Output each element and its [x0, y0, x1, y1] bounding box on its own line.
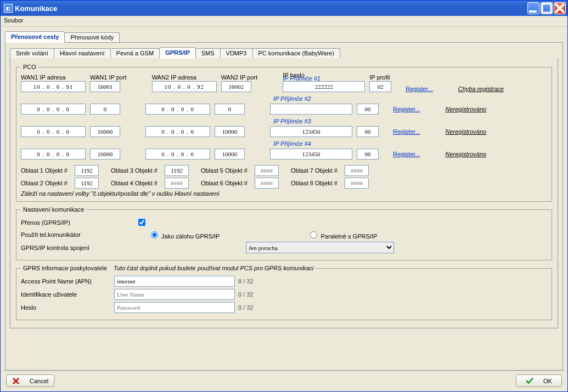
menu-file[interactable]: Soubor: [4, 17, 23, 24]
gprs-hint: Tuto část doplnit pokud budete používat …: [114, 265, 313, 271]
r1-status: Chyba registrace: [458, 86, 504, 92]
svg-rect-1: [542, 4, 551, 13]
apn-lbl: Access Point Name (APN): [21, 278, 114, 285]
kontrola-lbl: GPRS/IP kontrola spojení: [21, 245, 136, 251]
radio-backup[interactable]: [151, 231, 158, 238]
r2-wan2-port[interactable]: [215, 104, 245, 115]
pco-note: Záleží na nastavení volby "č.objektu#pos…: [21, 190, 547, 197]
oblast7-input[interactable]: [345, 165, 369, 176]
r4-profil[interactable]: [357, 149, 379, 160]
window: ◧ Komunikace Soubor Přenosové cesty Přen…: [0, 0, 568, 392]
oblast1-input[interactable]: [75, 165, 99, 176]
r4-wan1-port[interactable]: [90, 149, 120, 160]
r3-password[interactable]: [270, 126, 352, 137]
r2-profil[interactable]: [357, 104, 379, 115]
maximize-button[interactable]: [541, 2, 553, 14]
radio-backup-wrap[interactable]: Jako zálohu GPRS/IP: [148, 230, 220, 240]
r1-wan1-ip[interactable]: [21, 81, 86, 92]
r3-wan1-port[interactable]: [90, 126, 120, 137]
app-icon: ◧: [4, 4, 13, 13]
cancel-button[interactable]: Cancel: [6, 374, 54, 387]
r2-wan2-ip[interactable]: [145, 104, 210, 115]
gprs-legend: GPRS informace poskytovatele Tuto část d…: [21, 265, 316, 271]
svg-rect-0: [529, 10, 537, 13]
menubar: Soubor: [1, 16, 567, 27]
r2-wan1-ip[interactable]: [21, 104, 86, 115]
tab-prenosove-cesty[interactable]: Přenosové cesty: [5, 31, 65, 43]
r2-register-link[interactable]: Register...: [393, 106, 420, 112]
hdr-wan1port: WAN1 IP port: [90, 74, 127, 81]
close-button[interactable]: [554, 2, 566, 14]
tab-vdmp3[interactable]: VDMP3: [220, 48, 253, 58]
tab-sms[interactable]: SMS: [195, 48, 221, 58]
tab-pevna-gsm[interactable]: Pevná a GSM: [110, 48, 160, 58]
r1-wan1-port[interactable]: [90, 81, 120, 92]
oblast4-input[interactable]: [165, 178, 189, 189]
cancel-label: Cancel: [30, 378, 48, 384]
apn-count: 8 / 32: [238, 278, 254, 285]
r2-wan1-port[interactable]: [90, 104, 120, 115]
user-input[interactable]: [114, 289, 235, 300]
pco-legend: PCO: [21, 64, 38, 70]
oblast2-lbl: Oblast 2 Objekt #: [21, 180, 71, 186]
radio-parallel[interactable]: [310, 231, 317, 238]
button-bar: Cancel OK: [1, 371, 567, 391]
ok-button[interactable]: OK: [516, 374, 562, 387]
sub-panel: PCO WAN1 IP adresa WAN1 IP port WAN2 IP …: [10, 58, 558, 328]
r3-wan1-ip[interactable]: [21, 126, 86, 137]
r3-wan2-port[interactable]: [215, 126, 245, 137]
oblast6-input[interactable]: [255, 178, 279, 189]
tab-hlavni-nastaveni[interactable]: Hlavní nastavení: [54, 48, 111, 58]
r1-wan2-ip[interactable]: [152, 81, 217, 92]
r4-password[interactable]: [270, 149, 352, 160]
komm-legend: Nastavení komunikace: [21, 206, 86, 213]
radio-parallel-wrap[interactable]: Paralelně s GPRS/IP: [307, 230, 377, 240]
check-icon: [526, 377, 533, 385]
komm-fieldset: Nastavení komunikace Přenos (GPRS/IP) Po…: [16, 206, 552, 260]
oblast3-input[interactable]: [165, 165, 189, 176]
oblast8-input[interactable]: [345, 178, 369, 189]
apn-input[interactable]: [114, 276, 235, 287]
tab-prenosove-kody[interactable]: Přenosové kódy: [64, 32, 120, 42]
oblast6-lbl: Oblast 6 Objekt #: [201, 180, 251, 186]
r4-register-link[interactable]: Register...: [393, 151, 420, 157]
user-count: 0 / 32: [238, 291, 254, 298]
hdr-ipheslo: IP heslo: [283, 72, 365, 78]
receiver3-lbl: IP Příjímče #3: [273, 118, 547, 124]
r1-profil[interactable]: [369, 81, 391, 92]
minimize-button[interactable]: [527, 2, 539, 14]
pass-count: 0 / 32: [238, 304, 254, 311]
receiver4-lbl: IP Příjímče #4: [273, 140, 547, 147]
kontrola-select[interactable]: Jen porucha: [246, 242, 394, 253]
oblast5-lbl: Oblast 5 Objekt #: [201, 167, 251, 174]
prenos-checkbox[interactable]: [138, 219, 145, 226]
oblast1-lbl: Oblast 1 Objekt #: [21, 167, 71, 174]
r3-register-link[interactable]: Register...: [393, 128, 420, 135]
pco-fieldset: PCO WAN1 IP adresa WAN1 IP port WAN2 IP …: [16, 64, 552, 202]
r1-password[interactable]: [283, 81, 365, 92]
main-panel: Směr volání Hlavní nastavení Pevná a GSM…: [5, 42, 563, 371]
oblast7-lbl: Oblast 7 Objekt #: [291, 167, 341, 174]
x-icon: [12, 377, 20, 385]
oblast2-input[interactable]: [75, 178, 99, 189]
hdr-wan2ip: WAN2 IP adresa: [152, 74, 217, 81]
sub-tabs: Směr volání Hlavní nastavení Pevná a GSM…: [10, 46, 558, 58]
r4-wan1-ip[interactable]: [21, 149, 86, 160]
r1-wan2-port[interactable]: [221, 81, 251, 92]
content-area: Přenosové cesty Přenosové kódy Směr volá…: [1, 27, 567, 371]
tab-smer-volani[interactable]: Směr volání: [10, 48, 54, 58]
r3-profil[interactable]: [357, 126, 379, 137]
tab-gprs-ip[interactable]: GPRS/IP: [159, 47, 196, 59]
r1-register-link[interactable]: Register...: [406, 86, 433, 92]
oblast5-input[interactable]: [255, 165, 279, 176]
r2-password[interactable]: [270, 104, 352, 115]
oblast3-lbl: Oblast 3 Objekt #: [111, 167, 161, 174]
main-tabs: Přenosové cesty Přenosové kódy: [5, 30, 563, 42]
r4-wan2-port[interactable]: [215, 149, 245, 160]
window-title: Komunikace: [15, 4, 57, 13]
r4-wan2-ip[interactable]: [145, 149, 210, 160]
r3-wan2-ip[interactable]: [145, 126, 210, 137]
tab-pc-komunikace[interactable]: PC komunikace (BabyWare): [252, 48, 340, 58]
pass-input[interactable]: [114, 302, 235, 313]
hdr-wan2port: WAN2 IP port: [221, 74, 258, 81]
